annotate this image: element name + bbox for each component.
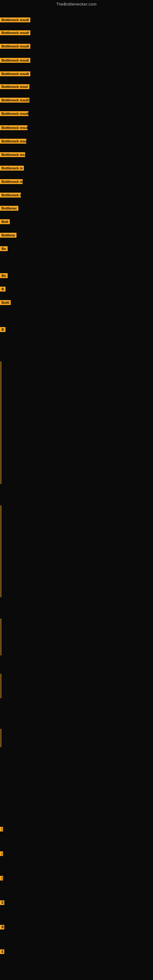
bottleneck-badge: Bottleneck result — [0, 44, 30, 49]
bottleneck-badge: Bo — [0, 273, 8, 278]
bottleneck-badge: B — [0, 327, 5, 332]
vertical-line — [1, 729, 1, 747]
bottleneck-badge: Bottleneck result — [0, 111, 29, 116]
vertical-line — [1, 361, 1, 484]
vertical-line — [1, 505, 1, 597]
bottleneck-badge: Bottleneck result — [0, 58, 30, 63]
bottleneck-badge: Bo — [0, 246, 8, 251]
small-bottleneck-badge: E — [0, 950, 4, 954]
bottleneck-badge: Bottlene — [0, 233, 16, 238]
bottleneck-badge: Bottlenec — [0, 206, 18, 211]
bottleneck-badge: Bottleneck r — [0, 192, 21, 197]
bottleneck-badge: Bottleneck result — [0, 72, 30, 76]
bottleneck-badge: Bottl — [0, 300, 11, 305]
bottleneck-badge: Bottleneck result — [0, 30, 30, 35]
bottleneck-badge: Bott — [0, 219, 10, 224]
bottleneck-badge: Bottleneck resul — [0, 84, 29, 89]
small-bottleneck-badge: | — [0, 827, 3, 832]
small-bottleneck-badge: B — [0, 925, 4, 929]
bottleneck-badge: Bottleneck resul — [0, 125, 27, 130]
bottleneck-badge: Bottleneck re — [0, 166, 24, 170]
bottleneck-badge: Bottleneck re — [0, 179, 22, 184]
vertical-line — [1, 674, 1, 698]
small-bottleneck-badge: | — [0, 851, 3, 856]
site-title: TheBottlenecker.com — [0, 0, 153, 8]
bottleneck-badge: Bottleneck resu — [0, 139, 26, 144]
bottleneck-badge: Bottleneck result — [0, 18, 30, 22]
bottleneck-badge: Bottleneck result — [0, 98, 29, 103]
small-bottleneck-badge: E — [0, 900, 4, 905]
small-bottleneck-badge: | — [0, 876, 3, 880]
bottleneck-badge: B — [0, 286, 5, 291]
bottleneck-badge: Bottleneck res — [0, 152, 25, 157]
vertical-line — [1, 619, 1, 655]
